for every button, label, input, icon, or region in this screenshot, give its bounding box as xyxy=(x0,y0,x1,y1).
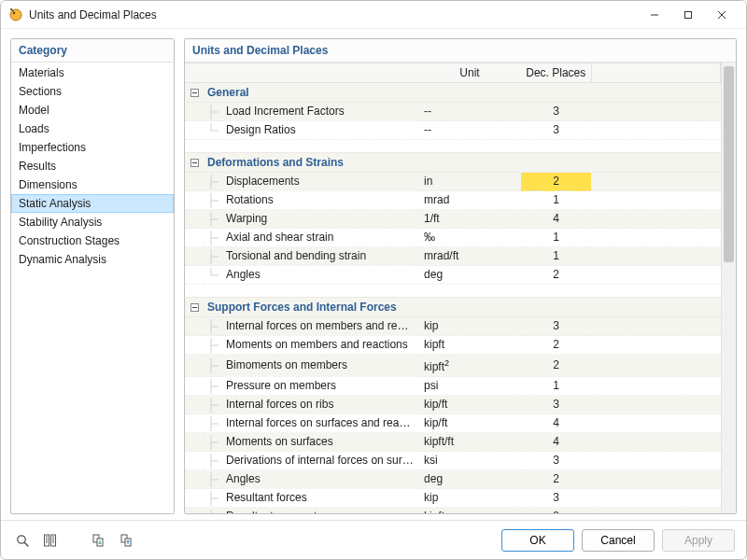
settings-row[interactable]: Anglesdeg2 xyxy=(185,470,721,489)
category-item[interactable]: Model xyxy=(11,101,174,119)
cancel-button[interactable]: Cancel xyxy=(582,529,655,552)
export-icon[interactable] xyxy=(117,530,137,551)
group-title: Support Forces and Internal Forces xyxy=(204,298,721,317)
row-unit[interactable]: kip/ft xyxy=(418,396,521,414)
settings-row[interactable]: Warping1/ft4 xyxy=(185,210,721,229)
grid-header-unit[interactable]: Unit xyxy=(418,63,521,83)
row-dec-places[interactable]: 2 xyxy=(521,336,591,355)
settings-row[interactable]: Displacementsin2 xyxy=(185,173,721,191)
row-unit[interactable]: ‰ xyxy=(418,229,521,247)
row-unit[interactable]: psi xyxy=(418,377,521,396)
minimize-button[interactable] xyxy=(638,4,671,26)
settings-row[interactable]: Resultant momentskipft2 xyxy=(185,508,721,514)
row-unit[interactable]: kip/ft xyxy=(418,414,521,433)
group-header[interactable]: Support Forces and Internal Forces xyxy=(185,298,721,317)
row-dec-places[interactable]: 4 xyxy=(521,433,591,452)
settings-row[interactable]: Axial and shear strain‰1 xyxy=(185,229,721,247)
category-item[interactable]: Loads xyxy=(11,119,174,138)
row-unit[interactable]: kip xyxy=(418,489,521,508)
main-panel: Units and Decimal Places Unit xyxy=(184,38,737,514)
row-dec-places[interactable]: 1 xyxy=(521,191,591,210)
settings-row[interactable]: Moments on surfaceskipft/ft4 xyxy=(185,433,721,452)
help-icon[interactable] xyxy=(12,530,33,551)
category-item[interactable]: Dimensions xyxy=(11,175,174,194)
group-header[interactable]: Deformations and Strains xyxy=(185,153,721,173)
row-dec-places[interactable]: 3 xyxy=(521,489,591,508)
grid-header-dec[interactable]: Dec. Places xyxy=(521,63,591,83)
row-unit[interactable]: 1/ft xyxy=(418,210,521,229)
settings-row[interactable]: Internal forces on ribskip/ft3 xyxy=(185,396,721,414)
settings-row[interactable]: Internal forces on members and reacti...… xyxy=(185,317,721,336)
settings-row[interactable]: Moments on members and reactionskipft2 xyxy=(185,336,721,355)
row-unit[interactable]: mrad/ft xyxy=(418,247,521,266)
collapse-icon[interactable] xyxy=(185,83,204,103)
settings-row[interactable]: Torsional and bending strainmrad/ft1 xyxy=(185,247,721,266)
row-dec-places[interactable]: 2 xyxy=(521,266,591,285)
category-item[interactable]: Sections xyxy=(11,82,174,101)
row-dec-places[interactable]: 3 xyxy=(521,452,591,470)
ok-button[interactable]: OK xyxy=(501,529,574,552)
apply-button[interactable]: Apply xyxy=(662,529,735,552)
category-item[interactable]: Materials xyxy=(11,63,174,82)
row-dec-places[interactable]: 2 xyxy=(521,508,591,514)
row-unit[interactable]: kipft xyxy=(418,508,521,514)
category-item[interactable]: Results xyxy=(11,157,174,175)
settings-row[interactable]: Load Increment Factors--3 xyxy=(185,103,721,121)
settings-row[interactable]: Resultant forceskip3 xyxy=(185,489,721,508)
category-item[interactable]: Stability Analysis xyxy=(11,213,174,231)
row-unit[interactable]: deg xyxy=(418,266,521,285)
row-unit[interactable]: kipft xyxy=(418,336,521,355)
row-unit[interactable]: -- xyxy=(418,121,521,140)
row-label: Internal forces on surfaces and reacti..… xyxy=(222,414,418,433)
app-icon xyxy=(8,7,23,22)
row-dec-places[interactable]: 3 xyxy=(521,396,591,414)
vertical-scrollbar[interactable] xyxy=(721,63,736,513)
category-list[interactable]: MaterialsSectionsModelLoadsImperfections… xyxy=(11,63,174,513)
profile-list-icon[interactable] xyxy=(40,530,61,551)
row-unit[interactable]: ksi xyxy=(418,452,521,470)
row-unit[interactable]: deg xyxy=(418,470,521,489)
import-icon[interactable] xyxy=(89,530,109,551)
row-unit[interactable]: mrad xyxy=(418,191,521,210)
maximize-button[interactable] xyxy=(671,4,705,26)
scrollbar-thumb[interactable] xyxy=(724,66,734,262)
row-dec-places[interactable]: 1 xyxy=(521,247,591,266)
row-dec-places[interactable]: 2 xyxy=(521,355,591,377)
svg-rect-3 xyxy=(685,11,692,18)
settings-row[interactable]: Rotationsmrad1 xyxy=(185,191,721,210)
settings-row[interactable]: Design Ratios--3 xyxy=(185,121,721,140)
settings-row[interactable]: Bimoments on memberskipft22 xyxy=(185,355,721,377)
row-label: Internal forces on ribs xyxy=(222,396,418,414)
row-dec-places[interactable]: 3 xyxy=(521,121,591,140)
settings-row[interactable]: Anglesdeg2 xyxy=(185,266,721,285)
settings-row[interactable]: Internal forces on surfaces and reacti..… xyxy=(185,414,721,433)
collapse-icon[interactable] xyxy=(185,298,204,317)
group-header[interactable]: General xyxy=(185,83,721,103)
row-unit[interactable]: in xyxy=(418,173,521,191)
row-dec-places[interactable]: 3 xyxy=(521,103,591,121)
row-unit[interactable]: -- xyxy=(418,103,521,121)
category-item[interactable]: Static Analysis xyxy=(11,194,174,213)
settings-row[interactable]: Pressure on memberspsi1 xyxy=(185,377,721,396)
row-unit[interactable]: kipft/ft xyxy=(418,433,521,452)
collapse-icon[interactable] xyxy=(185,153,204,173)
row-unit[interactable]: kipft2 xyxy=(418,355,521,377)
row-unit[interactable]: kip xyxy=(418,317,521,336)
settings-row[interactable]: Derivations of internal forces on surf..… xyxy=(185,452,721,470)
tree-connector xyxy=(204,103,222,121)
category-item[interactable]: Dynamic Analysis xyxy=(11,250,174,269)
settings-grid: Unit Dec. Places GeneralLoad Increment F… xyxy=(185,63,721,513)
row-dec-places[interactable]: 1 xyxy=(521,377,591,396)
grid-header-row: Unit Dec. Places xyxy=(185,63,721,83)
close-button[interactable] xyxy=(705,4,739,26)
row-dec-places[interactable]: 4 xyxy=(521,210,591,229)
row-dec-places[interactable]: 1 xyxy=(521,229,591,247)
row-dec-places[interactable]: 2 xyxy=(521,173,591,191)
row-dec-places[interactable]: 3 xyxy=(521,317,591,336)
row-dec-places[interactable]: 2 xyxy=(521,470,591,489)
row-label: Pressure on members xyxy=(222,377,418,396)
row-dec-places[interactable]: 4 xyxy=(521,414,591,433)
category-item[interactable]: Imperfections xyxy=(11,138,174,157)
row-label: Derivations of internal forces on surf..… xyxy=(222,452,418,470)
category-item[interactable]: Construction Stages xyxy=(11,231,174,250)
